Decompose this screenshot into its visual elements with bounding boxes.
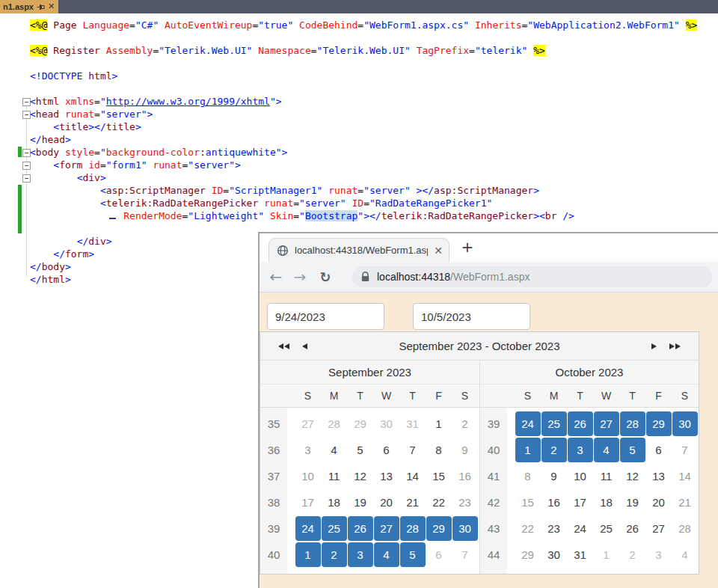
day-cell[interactable]: 17 [295,489,321,515]
day-cell[interactable]: 16 [541,489,567,515]
day-cell[interactable]: 6 [373,437,399,463]
day-cell[interactable]: 14 [672,463,698,489]
day-cell[interactable]: 26 [567,411,593,437]
day-cell[interactable]: 7 [672,437,698,463]
day-cell[interactable]: 26 [619,515,645,542]
day-cell[interactable]: 17 [567,489,593,515]
day-cell[interactable]: 7 [399,437,426,463]
day-cell[interactable]: 19 [619,489,645,515]
start-date-input[interactable] [267,303,384,330]
day-cell[interactable]: 26 [347,515,373,542]
day-cell[interactable]: 9 [541,463,567,489]
day-cell[interactable]: 15 [515,489,541,515]
change-tracking-bar [18,147,22,157]
day-cell[interactable]: 1 [295,542,321,568]
day-cell[interactable]: 8 [426,437,452,463]
day-cell[interactable]: 20 [645,489,672,515]
day-cell[interactable]: 2 [619,542,645,568]
tab-close-icon[interactable]: ✕ [434,245,443,257]
day-cell[interactable]: 30 [672,411,698,437]
day-cell[interactable]: 28 [321,411,347,437]
day-cell[interactable]: 16 [452,463,478,489]
day-cell[interactable]: 9 [452,437,478,463]
day-cell[interactable]: 5 [347,437,373,463]
day-cell[interactable]: 12 [347,463,373,489]
day-cell[interactable]: 14 [399,463,426,489]
day-cell[interactable]: 31 [399,411,426,437]
day-cell[interactable]: 5 [619,437,645,463]
day-cell[interactable]: 11 [321,463,347,489]
day-cell[interactable]: 1 [593,542,619,568]
day-cell[interactable]: 25 [321,515,347,542]
day-cell[interactable]: 28 [399,515,426,542]
day-cell[interactable]: 25 [541,411,567,437]
day-cell[interactable]: 7 [452,542,478,568]
day-cell[interactable]: 22 [515,515,541,542]
close-icon[interactable]: ✕ [48,0,55,13]
day-cell[interactable]: 19 [347,489,373,515]
day-cell[interactable]: 2 [452,411,478,437]
day-cell[interactable]: 31 [567,542,593,568]
day-cell[interactable]: 22 [426,489,452,515]
day-cell[interactable]: 13 [645,463,672,489]
day-cell[interactable]: 27 [593,411,619,437]
day-cell[interactable]: 30 [541,542,567,568]
day-cell[interactable]: 23 [452,489,478,515]
day-cell[interactable]: 27 [645,515,672,542]
browser-tab[interactable]: localhost:44318/WebForm1.aspx ✕ [269,238,449,262]
day-cell[interactable]: 21 [399,489,426,515]
reload-button[interactable]: ↻ [315,262,336,292]
day-cell[interactable]: 13 [373,463,399,489]
day-cell[interactable]: 3 [295,437,321,463]
fast-next-button[interactable] [669,332,681,360]
day-cell[interactable]: 4 [321,437,347,463]
day-cell[interactable]: 10 [295,463,321,489]
day-cell[interactable]: 11 [593,463,619,489]
day-cell[interactable]: 27 [373,515,399,542]
day-cell[interactable]: 23 [541,515,567,542]
day-cell[interactable]: 18 [321,489,347,515]
day-cell[interactable]: 4 [672,542,698,568]
day-cell[interactable]: 24 [567,515,593,542]
day-cell[interactable]: 10 [567,463,593,489]
end-date-input[interactable] [413,303,530,330]
day-cell[interactable]: 30 [452,515,478,542]
day-cell[interactable]: 27 [295,411,321,437]
day-cell[interactable]: 6 [426,542,452,568]
day-cell[interactable]: 3 [645,542,672,568]
day-cell[interactable]: 25 [593,515,619,542]
day-cell[interactable]: 20 [373,489,399,515]
new-tab-button[interactable]: + [457,236,478,257]
forward-button[interactable]: → [289,262,310,292]
day-cell[interactable]: 12 [619,463,645,489]
day-cell[interactable]: 29 [515,542,541,568]
day-cell[interactable]: 29 [347,411,373,437]
pin-icon[interactable] [37,3,45,11]
day-cell[interactable]: 15 [426,463,452,489]
day-cell[interactable]: 29 [426,515,452,542]
month-title: September 2023 [260,361,479,385]
day-cell[interactable]: 2 [321,542,347,568]
day-cell[interactable]: 4 [373,542,399,568]
day-cell[interactable]: 2 [541,437,567,463]
day-cell[interactable]: 24 [295,515,321,542]
day-cell[interactable]: 3 [347,542,373,568]
day-cell[interactable]: 21 [672,489,698,515]
back-button[interactable]: ← [266,262,286,292]
day-cell[interactable]: 8 [515,463,541,489]
day-cell[interactable]: 29 [645,411,672,437]
day-cell[interactable]: 28 [672,515,698,542]
day-cell[interactable]: 4 [593,437,619,463]
day-cell[interactable]: 24 [515,411,541,437]
day-cell[interactable]: 30 [373,411,399,437]
vs-document-tab[interactable]: n1.aspx ✕ [0,0,58,13]
day-cell[interactable]: 1 [515,437,541,463]
day-cell[interactable]: 6 [645,437,672,463]
day-cell[interactable]: 3 [567,437,593,463]
day-cell[interactable]: 28 [619,411,645,437]
day-cell[interactable]: 18 [593,489,619,515]
day-cell[interactable]: 1 [426,411,452,437]
next-button[interactable] [651,332,657,360]
address-bar[interactable]: localhost:44318/WebForm1.aspx [352,266,712,287]
day-cell[interactable]: 5 [399,542,426,568]
